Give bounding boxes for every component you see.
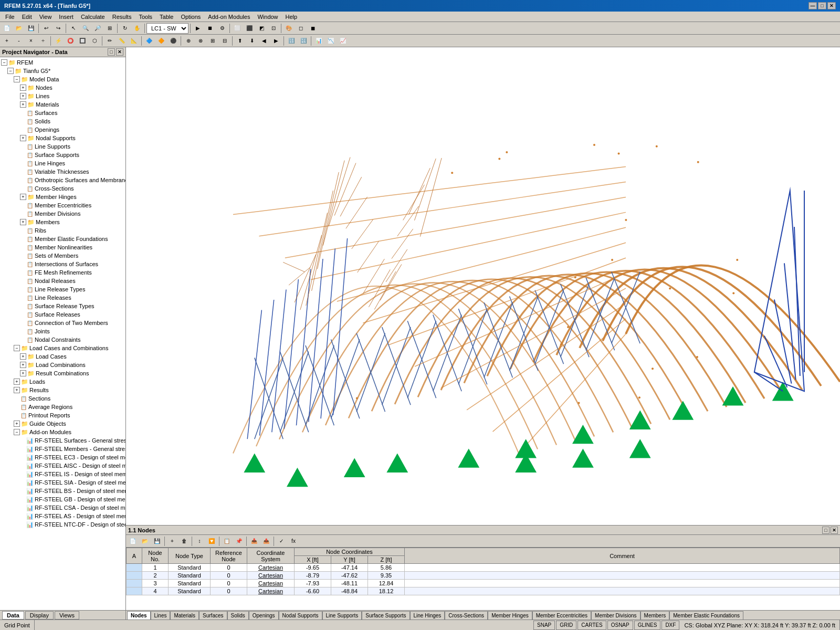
- tree-item[interactable]: 📊RF-STEEL Members - General stress a: [0, 445, 125, 453]
- table-detach-button[interactable]: □: [822, 527, 830, 534]
- tb2-12[interactable]: 🔷: [143, 36, 155, 46]
- tb2-14[interactable]: ⚫: [167, 36, 179, 46]
- table-row[interactable]: 3 Standard 0 Cartesian -7.93 -48.11 12.8…: [127, 580, 840, 587]
- tb-redo[interactable]: ↪: [52, 23, 64, 34]
- menu-file[interactable]: File: [2, 13, 18, 20]
- tb2-20[interactable]: ⬇: [246, 36, 258, 46]
- tree-item[interactable]: 📋Ribs: [0, 226, 125, 235]
- table-tb-export[interactable]: 📤: [260, 536, 272, 547]
- table-row[interactable]: 1 Standard 0 Cartesian -9.65 -47.14 5.86: [127, 564, 840, 572]
- tb2-25[interactable]: 📊: [313, 36, 324, 46]
- tab-members[interactable]: Members: [640, 611, 670, 620]
- tree-item[interactable]: 📋Intersections of Surfaces: [0, 260, 125, 268]
- tree-item[interactable]: +📁Member Hinges: [0, 193, 125, 201]
- tree-item[interactable]: 📋Printout Reports: [0, 411, 125, 419]
- tb2-2[interactable]: -: [13, 36, 25, 46]
- tab-surfaces[interactable]: Surfaces: [199, 611, 227, 620]
- tab-solids[interactable]: Solids: [227, 611, 249, 620]
- tree-item[interactable]: −📁Tianfu G5*: [0, 67, 125, 75]
- tb2-18[interactable]: ⊟: [219, 36, 230, 46]
- tb-pan[interactable]: ✋: [131, 23, 143, 34]
- tree-item[interactable]: −📁Add-on Modules: [0, 428, 125, 436]
- tb-open[interactable]: 📂: [13, 23, 25, 34]
- tree-item[interactable]: 📋Member Eccentricities: [0, 201, 125, 209]
- tree-item[interactable]: 📋Line Releases: [0, 293, 125, 302]
- tb-view1[interactable]: ⬜: [232, 23, 243, 34]
- status-snap[interactable]: SNAP: [533, 621, 555, 630]
- status-osnap[interactable]: OSNAP: [607, 621, 633, 630]
- tree-toggle[interactable]: +: [20, 353, 26, 360]
- table-tb-check[interactable]: ✓: [276, 536, 287, 547]
- tree-item[interactable]: 📊RF-STEEL CSA - Design of steel mem: [0, 503, 125, 512]
- tree-toggle[interactable]: −: [1, 59, 7, 66]
- tb2-10[interactable]: 📏: [116, 36, 128, 46]
- table-tb-copy[interactable]: 📋: [221, 536, 233, 547]
- tree-item[interactable]: 📋Nodal Constraints: [0, 335, 125, 344]
- tb2-23[interactable]: 🔢: [286, 36, 297, 46]
- table-row[interactable]: 2 Standard 0 Cartesian -8.79 -47.62 9.35: [127, 572, 840, 580]
- tree-item[interactable]: −📁Load Cases and Combinations: [0, 344, 125, 352]
- tab-member-divisions[interactable]: Member Divisions: [591, 611, 640, 620]
- tb2-1[interactable]: +: [1, 36, 13, 46]
- tab-member-elastic-foundations[interactable]: Member Elastic Foundations: [669, 611, 743, 620]
- tree-item[interactable]: 📋Line Release Types: [0, 285, 125, 293]
- tree-item[interactable]: −📁Model Data: [0, 75, 125, 83]
- tree-item[interactable]: 📋Surfaces: [0, 109, 125, 117]
- tree-toggle[interactable]: +: [14, 421, 20, 427]
- table-close-button[interactable]: ✕: [831, 527, 838, 534]
- bottom-nav-display[interactable]: Display: [25, 611, 54, 620]
- menu-addon[interactable]: Add-on Modules: [205, 13, 253, 20]
- tree-toggle[interactable]: −: [14, 345, 20, 351]
- table-tb-add[interactable]: +: [166, 536, 178, 547]
- tree-item[interactable]: 📊RF-STEEL IS - Design of steel membe: [0, 470, 125, 478]
- tb-rotate[interactable]: ↻: [119, 23, 131, 34]
- tree-toggle[interactable]: +: [20, 135, 26, 141]
- tree-item[interactable]: +📁Lines: [0, 92, 125, 100]
- tree-item[interactable]: +📁Results: [0, 386, 125, 394]
- tree-item[interactable]: 📋Orthotropic Surfaces and Membrane: [0, 176, 125, 184]
- tree-toggle[interactable]: +: [14, 387, 20, 393]
- tree-toggle[interactable]: −: [14, 429, 20, 435]
- minimize-button[interactable]: —: [808, 2, 817, 9]
- tab-nodes[interactable]: Nodes: [127, 611, 151, 620]
- tree-item[interactable]: +📁Members: [0, 218, 125, 226]
- tree-item[interactable]: +📁Nodal Supports: [0, 134, 125, 142]
- table-tb-save[interactable]: 💾: [151, 536, 163, 547]
- tree-toggle[interactable]: +: [20, 370, 26, 376]
- tb2-17[interactable]: ⊞: [207, 36, 218, 46]
- tree-item[interactable]: +📁Loads: [0, 377, 125, 386]
- tree-item[interactable]: 📋Cross-Sections: [0, 184, 125, 193]
- table-tb-paste[interactable]: 📌: [233, 536, 245, 547]
- tree-item[interactable]: 📊RF-STEEL BS - Design of steel membe: [0, 487, 125, 495]
- tb-wire[interactable]: ◻: [295, 23, 307, 34]
- tab-cross-sections[interactable]: Cross-Sections: [445, 611, 488, 620]
- tb2-26[interactable]: 📉: [325, 36, 337, 46]
- tree-item[interactable]: +📁Guide Objects: [0, 419, 125, 428]
- tb2-13[interactable]: 🔶: [155, 36, 167, 46]
- tree-item[interactable]: 📊RF-STEEL AISC - Design of steel mem: [0, 461, 125, 470]
- tree-toggle[interactable]: +: [20, 219, 26, 225]
- tree-item[interactable]: 📋Average Regions: [0, 403, 125, 411]
- tb-undo[interactable]: ↩: [40, 23, 52, 34]
- viewport[interactable]: [126, 47, 840, 525]
- tree-item[interactable]: 📋Surface Releases: [0, 310, 125, 319]
- tree-item[interactable]: 📋Member Nonlinearities: [0, 243, 125, 251]
- tb2-16[interactable]: ⊗: [195, 36, 206, 46]
- tab-member-hinges[interactable]: Member Hinges: [488, 611, 532, 620]
- maximize-button[interactable]: □: [818, 2, 826, 9]
- tree-item[interactable]: 📊RF-STEEL NTC-DF - Design of steel m: [0, 520, 125, 529]
- menu-results[interactable]: Results: [109, 13, 135, 20]
- nav-detach-button[interactable]: □: [108, 48, 115, 56]
- tab-line-supports[interactable]: Line Supports: [322, 611, 362, 620]
- tree-item[interactable]: 📊RF-STEEL SIA - Design of steel memb: [0, 478, 125, 487]
- tb2-3[interactable]: ×: [25, 36, 37, 46]
- tb2-6[interactable]: ⭕: [65, 36, 76, 46]
- tb2-22[interactable]: ▶: [270, 36, 282, 46]
- tb2-11[interactable]: 📐: [128, 36, 140, 46]
- tb-new[interactable]: 📄: [1, 23, 13, 34]
- menu-options[interactable]: Options: [177, 13, 204, 20]
- tb-zoom-in[interactable]: 🔍: [80, 23, 91, 34]
- menu-tools[interactable]: Tools: [135, 13, 155, 20]
- status-cartes[interactable]: CARTES: [578, 621, 606, 630]
- tree-item[interactable]: 📋Solids: [0, 117, 125, 125]
